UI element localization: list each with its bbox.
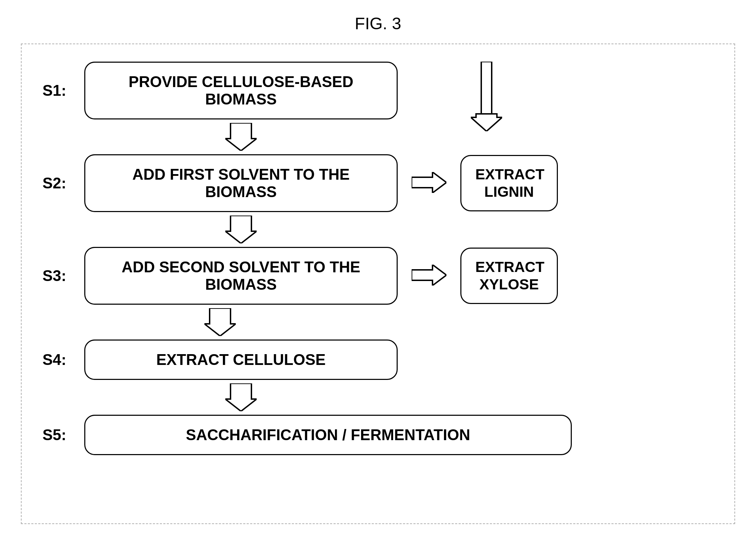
step-s2-box: ADD FIRST SOLVENT TO THE BIOMASS xyxy=(84,154,398,212)
down-arrow-right-icon xyxy=(471,62,502,131)
step-s3-label: S3: xyxy=(42,267,84,284)
step-s3-row: S3: ADD SECOND SOLVENT TO THE BIOMASS EX… xyxy=(42,247,714,305)
arrows-after-s3 xyxy=(42,305,714,340)
arrow-after-s2 xyxy=(84,216,398,243)
down-arrow-s4-icon xyxy=(225,383,257,411)
svg-rect-5 xyxy=(481,62,492,114)
step-s4-row: S4: EXTRACT CELLULOSE xyxy=(42,340,714,380)
down-arrow-s3-icon xyxy=(204,308,236,336)
step-s2-row: S2: ADD FIRST SOLVENT TO THE BIOMASS EXT… xyxy=(42,154,714,212)
arrow-after-s4 xyxy=(84,383,398,411)
right-arrow-s2-icon xyxy=(412,172,446,193)
extract-lignin-box: EXTRACTLIGNIN xyxy=(460,155,558,212)
right-arrow-s3-icon xyxy=(412,265,446,286)
step-s1-label: S1: xyxy=(42,82,84,99)
step-s5-row: S5: SACCHARIFICATION / FERMENTATION xyxy=(42,415,714,455)
svg-marker-0 xyxy=(225,123,257,151)
step-s1-row: S1: PROVIDE CELLULOSE-BASED BIOMASS xyxy=(42,62,714,119)
down-arrow-s1-icon xyxy=(225,123,257,151)
svg-marker-2 xyxy=(225,216,257,243)
step-s1-box: PROVIDE CELLULOSE-BASED BIOMASS xyxy=(84,62,398,119)
extract-xylose-box: EXTRACTXYLOSE xyxy=(460,248,558,304)
svg-marker-3 xyxy=(412,265,446,286)
down-arrow-s2-icon xyxy=(225,216,257,243)
diagram-container: S1: PROVIDE CELLULOSE-BASED BIOMASS S2: … xyxy=(21,44,735,524)
svg-marker-6 xyxy=(471,114,502,131)
svg-marker-7 xyxy=(225,383,257,411)
step-s5-box: SACCHARIFICATION / FERMENTATION xyxy=(84,415,572,455)
arrow-right-s2 xyxy=(412,172,446,194)
svg-marker-4 xyxy=(204,308,236,336)
step-s3-box: ADD SECOND SOLVENT TO THE BIOMASS xyxy=(84,247,398,305)
step-s4-box: EXTRACT CELLULOSE xyxy=(84,340,398,380)
step-s2-label: S2: xyxy=(42,174,84,192)
right-vertical-arrow xyxy=(471,62,502,131)
svg-marker-1 xyxy=(412,172,446,193)
step-s5-label: S5: xyxy=(42,426,84,444)
arrow-after-s3-left xyxy=(42,308,356,336)
figure-title: FIG. 3 xyxy=(355,14,401,33)
arrow-right-s3 xyxy=(412,265,446,287)
step-s4-label: S4: xyxy=(42,351,84,368)
arrow-after-s1 xyxy=(84,123,398,151)
